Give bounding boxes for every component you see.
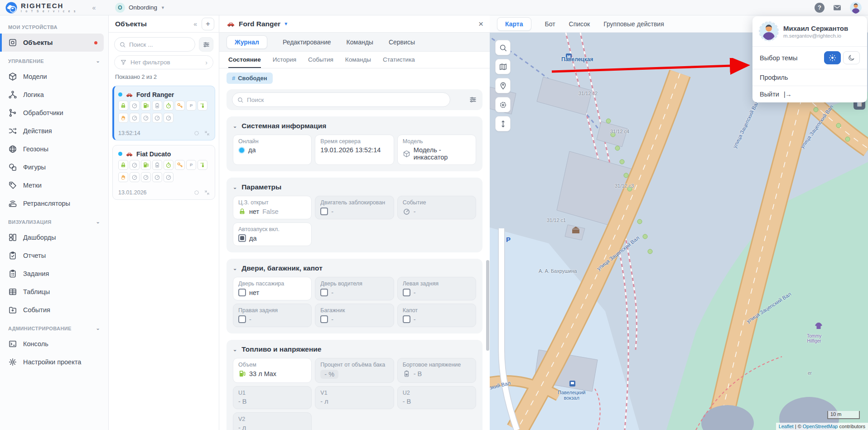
map-tab-бот[interactable]: Бот: [545, 20, 555, 28]
subtab-команды[interactable]: Команды: [345, 56, 371, 68]
param-card: Правая задняя-: [233, 304, 312, 327]
map-controls: [495, 40, 511, 131]
sidebar-section-header[interactable]: ВИЗУАЛИЗАЦИЯ⌄: [0, 213, 108, 228]
param-label: Дверь пассажира: [238, 280, 306, 287]
param-label: Автозапуск вкл.: [238, 226, 306, 232]
state-search-input[interactable]: Поиск: [232, 92, 450, 107]
device-card[interactable]: Fiat DucatoP13.01.2026: [112, 145, 215, 200]
leaflet-link[interactable]: Leaflet: [779, 424, 794, 429]
checkbox-filled-icon: [238, 234, 246, 242]
state-section: ⌄Двери, багажник, капотДверь пассажиране…: [227, 259, 482, 333]
tab-команды[interactable]: Команды: [347, 39, 373, 46]
globe-icon: [8, 145, 17, 154]
param-value: -: [331, 316, 333, 323]
osm-link[interactable]: OpenStreetMap: [803, 424, 838, 429]
tab-журнал[interactable]: Журнал: [227, 35, 267, 49]
sidebar-section-header[interactable]: УПРАВЛЕНИЕ⌄: [0, 52, 108, 68]
console-icon: [8, 339, 17, 348]
map-tab-список[interactable]: Список: [569, 20, 590, 28]
menu-item-profile[interactable]: Профиль: [752, 69, 867, 86]
moon-icon: [848, 54, 855, 62]
search-icon: [119, 41, 126, 48]
subtab-состояние[interactable]: Состояние: [228, 56, 261, 68]
section-title-row[interactable]: ⌄Системная информация: [233, 122, 476, 130]
param-card: МодельМодель - инкассатор: [397, 135, 476, 165]
map-control-search-button[interactable]: [495, 40, 511, 55]
timer-icon: [165, 162, 172, 168]
sidebar-item-globe[interactable]: Геозоны: [0, 140, 108, 158]
gauge-icon: [131, 115, 138, 121]
map-control-dashgear-button[interactable]: [495, 97, 511, 112]
add-object-button[interactable]: +: [202, 18, 214, 30]
param-value: - В: [403, 398, 411, 405]
hand-icon: [120, 115, 126, 121]
section-title-row[interactable]: ⌄Параметры: [233, 183, 476, 191]
map-tab-карта[interactable]: Карта: [497, 17, 531, 31]
sidebar-collapse-button[interactable]: «: [92, 4, 96, 11]
sidebar-item-dashboards[interactable]: Дашборды: [0, 228, 108, 246]
status-tag-label: Свободен: [238, 75, 267, 82]
sidebar-item-events[interactable]: События: [0, 301, 108, 319]
sidebar-item-router[interactable]: Ретрансляторы: [0, 194, 108, 213]
topbar-actions: ?: [815, 2, 868, 14]
sidebar-item-console[interactable]: Консоль: [0, 335, 108, 353]
help-button[interactable]: ?: [815, 3, 825, 13]
device-timestamp: 13:52:14: [118, 130, 140, 136]
funnel-icon: [120, 59, 127, 66]
sidebar-item-report[interactable]: Отчеты: [0, 246, 108, 265]
map-control-ruler-button[interactable]: [495, 116, 511, 131]
sidebar-item-tasks[interactable]: Задания: [0, 265, 108, 283]
chevron-down-icon[interactable]: ▼: [284, 21, 288, 26]
project-selector[interactable]: O Onbording ▼: [115, 3, 165, 13]
sidebar-item-objects[interactable]: Объекты: [0, 34, 104, 52]
objects-title: Объекты: [115, 20, 147, 28]
objects-collapse-button[interactable]: «: [193, 20, 197, 28]
objects-filter-button[interactable]: Нет фильтров ›: [114, 55, 213, 69]
light-theme-button[interactable]: [824, 51, 841, 64]
sidebar-item-tag[interactable]: Метки: [0, 176, 108, 194]
subtab-события[interactable]: События: [308, 56, 333, 68]
sidebar-item-shuffle[interactable]: Действия: [0, 122, 108, 140]
sidebar-item-label: Таблицы: [23, 288, 50, 295]
objects-search-input[interactable]: Поиск ...: [114, 37, 195, 52]
mail-icon: [833, 3, 842, 12]
sidebar-item-shapes[interactable]: Фигуры: [0, 158, 108, 176]
tab-редактирование[interactable]: Редактирование: [283, 39, 331, 46]
tab-сервисы[interactable]: Сервисы: [389, 39, 415, 46]
sidebar-item-cube[interactable]: Модели: [0, 68, 108, 86]
status-tag[interactable]: # Свободен: [227, 72, 273, 84]
detail-scrollbar[interactable]: [486, 260, 489, 351]
section-title-row[interactable]: ⌄Топливо и напряжение: [233, 345, 476, 353]
map-control-pin-button[interactable]: [495, 78, 511, 93]
sidebar-item-label: Фигуры: [23, 164, 46, 171]
user-avatar-button[interactable]: [850, 2, 862, 14]
project-name: Onbording: [129, 4, 157, 11]
checkbox-icon: [403, 315, 410, 323]
close-detail-button[interactable]: ×: [478, 19, 483, 29]
mail-button[interactable]: [833, 3, 842, 12]
sidebar-item-table[interactable]: Таблицы: [0, 283, 108, 301]
menu-item-logout[interactable]: Выйти |→: [752, 86, 867, 102]
subtab-статистика[interactable]: Статистика: [383, 56, 415, 68]
notification-badge: [94, 41, 97, 44]
gauge-icon: [165, 174, 172, 180]
sidebar-section-header[interactable]: АДМИНИСТРИРОВАНИЕ⌄: [0, 319, 108, 335]
map-tab-групповые действия[interactable]: Групповые действия: [603, 20, 664, 28]
section-title-row[interactable]: ⌄Двери, багажник, капот: [233, 264, 476, 272]
sidebar-item-handlers[interactable]: Обработчики: [0, 104, 108, 122]
device-list: Ford RangerP13:52:14Fiat DucatoP13.01.20…: [109, 86, 219, 200]
map-control-mapfold-button[interactable]: [495, 59, 511, 74]
gauge-icon: [154, 174, 160, 180]
sidebar-item-nodes[interactable]: Логика: [0, 86, 108, 104]
subtab-история[interactable]: История: [273, 56, 296, 68]
objects-filter-settings-button[interactable]: [199, 37, 213, 52]
sidebar-item-gear[interactable]: Настройки проекта: [0, 353, 108, 371]
objects-search-placeholder: Поиск ...: [129, 41, 153, 48]
sidebar-item-label: Метки: [23, 182, 42, 189]
app-root: RIGHTECH I o T S e r v i c e s « O Onbor…: [0, 0, 868, 430]
dark-theme-button[interactable]: [843, 51, 860, 64]
state-filter-button[interactable]: [469, 96, 477, 104]
parking-icon: P: [188, 102, 194, 109]
objects-count: Показано 2 из 2: [109, 69, 219, 83]
device-card[interactable]: Ford RangerP13:52:14: [112, 86, 215, 140]
